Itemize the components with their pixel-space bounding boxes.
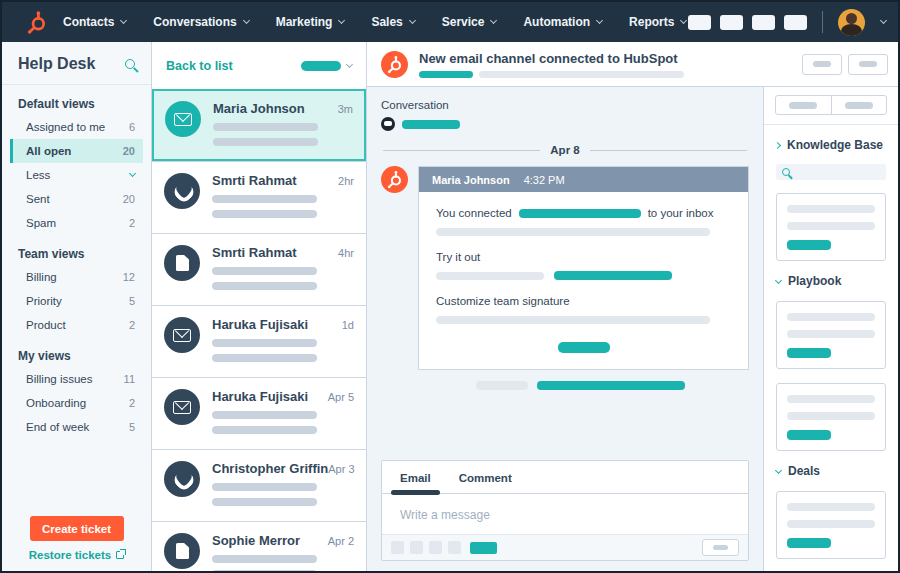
channel-filter-placeholder[interactable] bbox=[402, 120, 460, 129]
conversation-list-item[interactable]: Haruka Fujisaki Apr 5 bbox=[152, 377, 366, 449]
nav-menu-label: Conversations bbox=[153, 15, 236, 29]
nav-menu-label: Sales bbox=[371, 15, 402, 29]
deals-header[interactable]: Deals bbox=[776, 464, 886, 478]
conversation-list-item[interactable]: Smrti Rahmat 4hr bbox=[152, 233, 366, 305]
conversation-list-item[interactable]: Maria Johnson 3m bbox=[152, 89, 366, 161]
restore-tickets-link[interactable]: Restore tickets bbox=[29, 549, 124, 561]
ticket-header: New email channel connected to HubSpot bbox=[367, 42, 898, 87]
nav-menu-label: Automation bbox=[523, 15, 590, 29]
chevron-down-icon bbox=[338, 17, 345, 24]
nav-menu-item[interactable]: Service bbox=[442, 15, 497, 29]
message-preview-placeholder bbox=[212, 339, 317, 347]
top-navbar: Contacts Conversations Marketing Sales bbox=[2, 2, 898, 42]
view-label: Priority bbox=[26, 295, 129, 307]
search-icon[interactable] bbox=[125, 59, 135, 69]
knowledge-base-search[interactable] bbox=[776, 164, 886, 180]
composer-tab[interactable]: Comment bbox=[459, 461, 512, 493]
phone-icon bbox=[164, 173, 200, 209]
insert-tool-placeholder[interactable] bbox=[470, 542, 497, 554]
playbook-card[interactable] bbox=[776, 383, 886, 451]
knowledge-base-header[interactable]: Knowledge Base bbox=[776, 138, 886, 152]
nav-menu-item[interactable]: Sales bbox=[371, 15, 414, 29]
chevron-down-icon[interactable] bbox=[880, 17, 887, 24]
sidebar-view-item[interactable]: All open 20 bbox=[10, 139, 143, 163]
card-text-placeholder bbox=[787, 395, 875, 403]
conversation-list-item[interactable]: Smrti Rahmat 2hr bbox=[152, 161, 366, 233]
deal-card[interactable] bbox=[776, 491, 886, 559]
message-input[interactable] bbox=[382, 494, 748, 534]
message-time: 3m bbox=[338, 103, 353, 115]
hint-link-placeholder[interactable] bbox=[537, 381, 685, 390]
chevron-down-icon[interactable] bbox=[129, 170, 136, 177]
message-cta-placeholder[interactable] bbox=[558, 342, 610, 353]
sidebar-view-item[interactable]: Onboarding 2 bbox=[10, 391, 143, 415]
message-link-placeholder[interactable] bbox=[554, 271, 672, 280]
nav-action-placeholder[interactable] bbox=[752, 15, 775, 30]
sidebar-view-item[interactable]: Billing issues 11 bbox=[10, 367, 143, 391]
nav-menu-item[interactable]: Contacts bbox=[63, 15, 126, 29]
header-action-button[interactable] bbox=[848, 54, 888, 75]
helpdesk-app: Contacts Conversations Marketing Sales bbox=[0, 0, 900, 573]
create-ticket-button[interactable]: Create ticket bbox=[30, 516, 124, 541]
sidebar-view-item[interactable]: Less bbox=[10, 163, 143, 187]
date-divider: Apr 8 bbox=[383, 144, 747, 156]
playbook-section: Playbook bbox=[764, 261, 898, 451]
nav-action-placeholder[interactable] bbox=[784, 15, 807, 30]
formatting-tool-placeholder[interactable] bbox=[448, 541, 461, 554]
playbook-card[interactable] bbox=[776, 301, 886, 369]
section-title: My views bbox=[10, 349, 143, 363]
message-sender: Maria Johnson bbox=[432, 174, 510, 186]
view-count: 2 bbox=[129, 217, 135, 229]
card-text-placeholder bbox=[787, 520, 875, 528]
nav-menu-item[interactable]: Marketing bbox=[276, 15, 345, 29]
user-avatar[interactable] bbox=[838, 9, 865, 36]
composer-tabs: Email Comment bbox=[382, 461, 748, 494]
formatting-tool-placeholder[interactable] bbox=[429, 541, 442, 554]
tab-label-placeholder bbox=[845, 102, 873, 109]
email-icon bbox=[164, 389, 200, 425]
reply-composer: Email Comment bbox=[381, 460, 749, 561]
conversation-list-item[interactable]: Sophie Merror Apr 2 bbox=[152, 521, 366, 571]
hubspot-logo-icon[interactable] bbox=[24, 10, 49, 35]
list-sort-dropdown[interactable] bbox=[301, 61, 352, 71]
sidebar-view-item[interactable]: Assigned to me 6 bbox=[10, 115, 143, 139]
playbook-header[interactable]: Playbook bbox=[776, 274, 886, 288]
message-text: Customize team signature bbox=[436, 295, 731, 307]
panel-tab[interactable] bbox=[776, 96, 831, 114]
nav-action-placeholder[interactable] bbox=[720, 15, 743, 30]
composer-tab[interactable]: Email bbox=[400, 461, 431, 493]
sidebar-view-item[interactable]: Sent 20 bbox=[10, 187, 143, 211]
nav-menu-item[interactable]: Reports bbox=[629, 15, 686, 29]
message-time: 1d bbox=[342, 319, 354, 331]
sidebar-view-item[interactable]: Priority 5 bbox=[10, 289, 143, 313]
formatting-tool-placeholder[interactable] bbox=[391, 541, 404, 554]
nav-menu-item[interactable]: Automation bbox=[523, 15, 602, 29]
page-title: Help Desk bbox=[18, 55, 95, 73]
card-text-placeholder bbox=[787, 205, 875, 213]
sidebar-view-item[interactable]: Spam 2 bbox=[10, 211, 143, 235]
header-action-button[interactable] bbox=[802, 54, 842, 75]
chat-bubble-icon[interactable] bbox=[381, 117, 395, 131]
message-preview-placeholder bbox=[212, 426, 317, 434]
view-count: 20 bbox=[123, 193, 135, 205]
conversation-list-item[interactable]: Haruka Fujisaki 1d bbox=[152, 305, 366, 377]
back-to-list-link[interactable]: Back to list bbox=[166, 59, 233, 73]
hubspot-avatar-icon bbox=[381, 51, 408, 78]
message-text-placeholder bbox=[436, 272, 544, 280]
panel-tab[interactable] bbox=[831, 96, 887, 114]
contact-name: Haruka Fujisaki bbox=[212, 317, 308, 332]
message-time: Apr 3 bbox=[328, 463, 354, 475]
card-text-placeholder bbox=[787, 330, 875, 338]
sidebar-view-item[interactable]: Product 2 bbox=[10, 313, 143, 337]
formatting-tool-placeholder[interactable] bbox=[410, 541, 423, 554]
view-label: Billing bbox=[26, 271, 123, 283]
nav-menu-item[interactable]: Conversations bbox=[153, 15, 248, 29]
conversation-list-item[interactable]: Christopher Griffin Apr 3 bbox=[152, 449, 366, 521]
send-button[interactable] bbox=[702, 539, 739, 556]
sidebar-view-item[interactable]: End of week 5 bbox=[10, 415, 143, 439]
message-preview-placeholder bbox=[212, 354, 317, 362]
sidebar-view-item[interactable]: Billing 12 bbox=[10, 265, 143, 289]
article-card[interactable] bbox=[776, 193, 886, 261]
nav-action-placeholder[interactable] bbox=[688, 15, 711, 30]
chevron-down-icon bbox=[680, 17, 687, 24]
